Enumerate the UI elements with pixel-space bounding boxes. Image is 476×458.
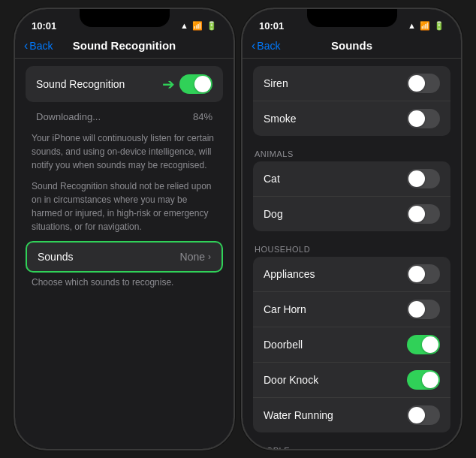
sounds-chevron: › [208, 252, 211, 262]
smoke-toggle-knob [408, 110, 425, 127]
status-icons-left: ▲ 📶 🔋 [180, 21, 217, 31]
sound-recognition-group: Sound Recognition ➔ [26, 66, 223, 102]
doorbell-toggle-knob [422, 336, 438, 353]
list-item-siren: Siren [253, 66, 450, 101]
downloading-label: Downloading... [36, 111, 101, 122]
siren-toggle-knob [408, 75, 425, 92]
sounds-row[interactable]: Sounds None › [27, 243, 221, 271]
battery-icon-left: 🔋 [206, 21, 217, 31]
list-item-dog: Dog [253, 197, 450, 231]
water-running-toggle-knob [408, 407, 425, 423]
wifi-icon-left: 📶 [192, 21, 203, 31]
siren-label: Siren [264, 77, 288, 89]
screen-content-right: Siren Smoke [243, 59, 461, 449]
people-section: PEOPLE Baby Crying Shouting [243, 440, 461, 449]
nav-bar-right: ‹ Back Sounds [243, 36, 461, 59]
animals-header: ANIMALS [243, 143, 461, 161]
water-running-toggle[interactable] [407, 405, 440, 425]
list-item-door-knock: Door Knock [253, 363, 450, 398]
green-arrow-icon: ➔ [162, 75, 175, 93]
back-chevron-left: ‹ [24, 40, 28, 52]
dog-toggle-knob [408, 206, 425, 222]
screen-content-left: Sound Recognition ➔ Downloading... 84% [15, 59, 233, 449]
list-item-appliances: Appliances [253, 257, 450, 292]
water-running-label: Water Running [264, 409, 333, 421]
sound-recognition-row: Sound Recognition ➔ [26, 66, 223, 102]
time-right: 10:01 [259, 20, 284, 32]
household-header: HOUSEHOLD [243, 239, 461, 257]
sounds-value-text: None [180, 251, 205, 263]
nav-title-right: Sounds [331, 39, 372, 52]
notch-right [307, 9, 397, 27]
toggle-knob [194, 76, 211, 92]
back-label-right: Back [257, 40, 280, 52]
signal-icon-right: ▲ [408, 21, 416, 30]
download-row: Downloading... 84% [26, 107, 223, 127]
household-group: Appliances Car Horn Doorbe [253, 257, 450, 432]
door-knock-toggle[interactable] [407, 370, 440, 390]
list-item-car-horn: Car Horn [253, 292, 450, 327]
signal-icon-left: ▲ [180, 21, 188, 30]
list-item-doorbell: Doorbell [253, 327, 450, 363]
time-left: 10:01 [32, 20, 56, 32]
dog-label: Dog [264, 208, 283, 220]
appliances-toggle-knob [408, 266, 425, 282]
door-knock-toggle-knob [422, 372, 438, 388]
status-icons-right: ▲ 📶 🔋 [408, 21, 444, 31]
cat-label: Cat [264, 173, 280, 185]
back-chevron-right: ‹ [252, 40, 255, 52]
list-item-cat: Cat [253, 161, 450, 197]
list-item-smoke: Smoke [253, 101, 450, 136]
description2: Sound Recognition should not be relied u… [32, 179, 217, 234]
cat-toggle-knob [408, 170, 425, 187]
siren-smoke-group: Siren Smoke [253, 66, 450, 136]
door-knock-label: Door Knock [264, 374, 318, 386]
animals-group: Cat Dog [253, 161, 450, 231]
siren-toggle[interactable] [407, 74, 440, 93]
notch-left [80, 9, 170, 27]
smoke-label: Smoke [264, 113, 297, 125]
description1: Your iPhone will continuously listen for… [32, 131, 217, 172]
phone-left: 10:01 ▲ 📶 🔋 ‹ Back Sound Recognition [14, 8, 235, 450]
appliances-toggle[interactable] [407, 264, 440, 284]
appliances-label: Appliances [264, 268, 315, 280]
smoke-toggle[interactable] [407, 109, 440, 128]
list-item-water-running: Water Running [253, 398, 450, 432]
back-label-left: Back [29, 40, 53, 52]
battery-icon-right: 🔋 [434, 21, 444, 31]
sounds-value-container: None › [180, 251, 211, 263]
people-header: PEOPLE [243, 440, 461, 449]
wifi-icon-right: 📶 [420, 21, 430, 31]
doorbell-label: Doorbell [264, 339, 303, 351]
animals-section: ANIMALS Cat Dog [243, 143, 461, 231]
sounds-label: Sounds [38, 251, 73, 263]
dog-toggle[interactable] [407, 204, 440, 224]
phone-right: 10:01 ▲ 📶 🔋 ‹ Back Sounds [241, 8, 462, 450]
top-section: Siren Smoke [243, 66, 461, 136]
car-horn-toggle[interactable] [407, 300, 440, 319]
sound-recognition-toggle[interactable] [179, 74, 212, 94]
cat-toggle[interactable] [407, 169, 440, 188]
back-button-left[interactable]: ‹ Back [24, 40, 53, 52]
car-horn-label: Car Horn [264, 303, 306, 315]
sounds-section-group: Sounds None › [26, 241, 223, 273]
back-button-right[interactable]: ‹ Back [252, 40, 280, 52]
phones-container: 10:01 ▲ 📶 🔋 ‹ Back Sound Recognition [0, 0, 476, 458]
nav-title-left: Sound Recognition [73, 39, 176, 52]
sound-recognition-label: Sound Recognition [36, 78, 125, 90]
choose-text: Choose which sounds to recognise. [32, 277, 217, 288]
doorbell-toggle[interactable] [407, 335, 440, 354]
downloading-pct: 84% [193, 111, 212, 122]
nav-bar-left: ‹ Back Sound Recognition [15, 36, 233, 59]
arrow-toggle-container: ➔ [162, 74, 212, 94]
car-horn-toggle-knob [408, 301, 425, 318]
household-section: HOUSEHOLD Appliances Car Horn [243, 239, 461, 432]
